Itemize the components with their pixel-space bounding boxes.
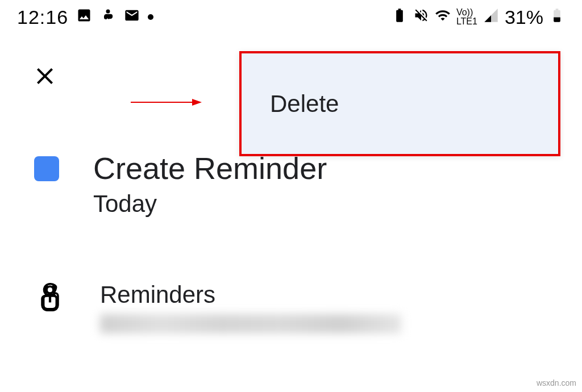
svg-marker-2: [192, 99, 202, 106]
arrow-annotation: [131, 97, 202, 108]
battery-saver-icon: [392, 7, 408, 28]
network-label: Vo))LTE1: [456, 8, 477, 26]
reminder-hand-icon: [34, 281, 66, 315]
notification-dot-icon: [148, 14, 153, 20]
reminder-details: Create Reminder Today: [34, 151, 327, 218]
close-button[interactable]: [31, 62, 59, 90]
wifi-icon: [435, 7, 451, 28]
status-bar-left: 12:16: [17, 6, 153, 28]
delete-menu-item[interactable]: Delete: [270, 90, 339, 118]
reminder-title: Create Reminder: [93, 151, 327, 186]
battery-percent: 31%: [505, 6, 543, 28]
account-email-blurred: [100, 314, 401, 333]
status-bar: 12:16 Vo))LTE1 31%: [0, 0, 582, 34]
battery-icon: [549, 7, 565, 28]
mute-vibrate-icon: [413, 7, 429, 28]
gmail-icon: [124, 7, 140, 28]
status-bar-right: Vo))LTE1 31%: [392, 6, 565, 28]
account-section: Reminders: [34, 281, 401, 333]
reminder-date: Today: [93, 190, 327, 218]
account-label: Reminders: [100, 281, 401, 308]
status-time: 12:16: [17, 6, 68, 28]
watermark: wsxdn.com: [537, 378, 576, 387]
signal-icon: [483, 7, 499, 28]
reminder-text-block: Create Reminder Today: [93, 151, 327, 218]
svg-point-0: [106, 9, 110, 13]
close-icon: [31, 62, 59, 90]
person-icon: [100, 7, 116, 28]
context-menu: Delete: [239, 51, 560, 156]
image-icon: [76, 7, 92, 28]
account-text-block: Reminders: [100, 281, 401, 333]
reminder-color-indicator: [34, 156, 59, 181]
